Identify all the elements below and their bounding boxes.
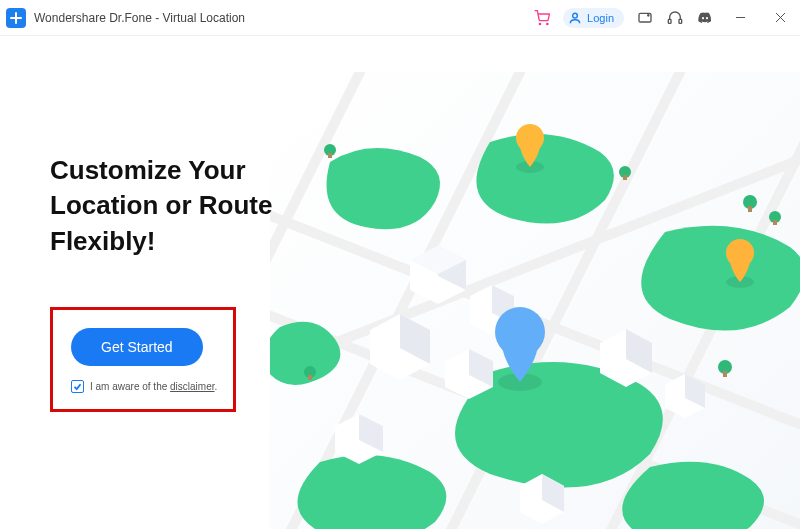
svg-rect-44 <box>328 153 332 158</box>
svg-rect-42 <box>308 375 312 380</box>
svg-rect-46 <box>623 175 627 180</box>
page-heading: Customize Your Location or Route Flexibl… <box>50 153 300 258</box>
disclaimer-link[interactable]: disclaimer <box>170 381 214 392</box>
svg-rect-36 <box>748 206 752 212</box>
svg-point-48 <box>516 124 544 152</box>
svg-rect-6 <box>679 19 682 23</box>
heading-line: Location or Route <box>50 190 272 220</box>
app-logo <box>6 8 26 28</box>
cta-highlight-box: Get Started I am aware of the disclaimer… <box>50 307 236 412</box>
svg-rect-40 <box>723 371 727 377</box>
svg-point-2 <box>573 13 578 18</box>
user-icon <box>567 10 583 26</box>
headset-icon[interactable] <box>666 9 684 27</box>
cart-icon[interactable] <box>533 9 551 27</box>
app-title: Wondershare Dr.Fone - Virtual Location <box>34 11 245 25</box>
login-button[interactable]: Login <box>563 8 624 28</box>
svg-point-50 <box>726 239 754 267</box>
heading-line: Customize Your <box>50 155 246 185</box>
content-area: Customize Your Location or Route Flexibl… <box>0 36 800 529</box>
screen-icon[interactable] <box>636 9 654 27</box>
heading-line: Flexibly! <box>50 226 155 256</box>
disclaimer-text: I am aware of the disclaimer. <box>90 381 217 392</box>
discord-icon[interactable] <box>696 9 714 27</box>
titlebar-right: Login <box>533 4 794 32</box>
login-label: Login <box>587 12 614 24</box>
minimize-button[interactable] <box>726 4 754 32</box>
pin-blue <box>495 307 545 391</box>
svg-point-4 <box>648 14 649 15</box>
titlebar-left: Wondershare Dr.Fone - Virtual Location <box>6 8 245 28</box>
disclaimer-suffix: . <box>215 381 218 392</box>
close-button[interactable] <box>766 4 794 32</box>
disclaimer-row: I am aware of the disclaimer. <box>71 380 211 393</box>
svg-point-1 <box>547 23 548 24</box>
svg-point-0 <box>539 23 540 24</box>
get-started-button[interactable]: Get Started <box>71 328 203 366</box>
svg-point-52 <box>495 307 545 357</box>
map-illustration <box>270 72 800 529</box>
left-panel: Customize Your Location or Route Flexibl… <box>0 36 300 529</box>
titlebar: Wondershare Dr.Fone - Virtual Location L… <box>0 0 800 36</box>
disclaimer-prefix: I am aware of the <box>90 381 170 392</box>
svg-rect-38 <box>773 220 777 225</box>
svg-rect-5 <box>668 19 671 23</box>
disclaimer-checkbox[interactable] <box>71 380 84 393</box>
